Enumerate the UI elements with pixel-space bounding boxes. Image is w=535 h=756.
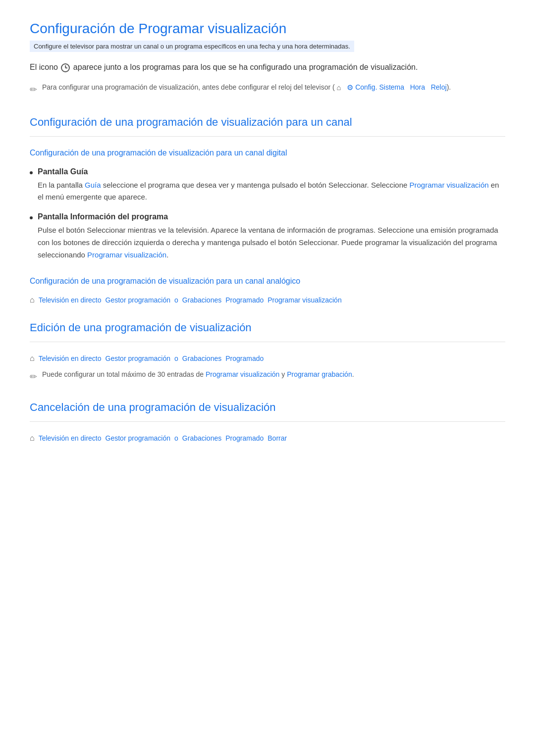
hora-link[interactable]: Hora	[410, 83, 425, 91]
nav-gestor3[interactable]: Gestor programación	[106, 434, 171, 442]
section1-title: Configuración de una programación de vis…	[30, 115, 505, 137]
info-desc2: .	[166, 251, 168, 259]
nav-programado2[interactable]: Programado	[225, 354, 264, 362]
pencil-note-edicion: ✏ Puede configurar un total máximo de 30…	[30, 369, 505, 384]
bullet-dot-2	[30, 216, 33, 219]
note-box: ✏ Para configurar una programación de vi…	[30, 82, 505, 97]
bullet-desc-info: Pulse el botón Seleccionar mientras ve l…	[38, 224, 505, 261]
home-icon: ⌂	[337, 82, 341, 94]
config-sistema-link[interactable]: Config. Sistema	[355, 83, 404, 91]
bullet-desc-guia: En la pantalla Guía seleccione el progra…	[38, 179, 505, 204]
subsection-analogico: Configuración de una programación de vis…	[30, 277, 505, 304]
note-content: Para configurar una programación de visu…	[42, 82, 451, 94]
edicion-note-content: Puede configurar un total máximo de 30 e…	[42, 369, 354, 380]
home-icon-nav3[interactable]: ⌂	[30, 434, 35, 443]
programar-grab-link[interactable]: Programar grabación	[287, 370, 352, 378]
subsection1-title: Configuración de una programación de vis…	[30, 149, 505, 157]
guia-desc2: seleccione el programa que desea ver y m…	[101, 181, 410, 189]
nav-tv-directo1[interactable]: Televisión en directo	[39, 296, 102, 304]
bullet-dot-1	[30, 171, 33, 174]
edicion-note-text: Puede configurar un total máximo de 30 e…	[42, 370, 206, 378]
programar-vis-link3[interactable]: Programar visualización	[206, 370, 279, 378]
note-text: Para configurar una programación de visu…	[42, 83, 335, 91]
nav-o3: o	[174, 434, 178, 442]
nav-grabaciones2[interactable]: Grabaciones	[182, 354, 221, 362]
nav-grabaciones1[interactable]: Grabaciones	[182, 296, 221, 304]
home-icon-nav2[interactable]: ⌂	[30, 354, 35, 363]
nav-path-analogico: ⌂ Televisión en directo Gestor programac…	[30, 296, 505, 304]
subtitle-bar: Configure el televisor para mostrar un c…	[30, 41, 354, 52]
nav-gestor1[interactable]: Gestor programación	[106, 296, 171, 304]
nav-tv-directo2[interactable]: Televisión en directo	[39, 354, 102, 362]
bullet-content-info: Pantalla Información del programa Pulse …	[38, 212, 505, 261]
note-end: ).	[447, 83, 451, 91]
nav-path-cancelacion: ⌂ Televisión en directo Gestor programac…	[30, 434, 505, 443]
reloj-link[interactable]: Reloj	[431, 83, 447, 91]
section-cancelacion: Cancelación de una programación de visua…	[30, 400, 505, 443]
bullet-item-info: Pantalla Información del programa Pulse …	[30, 212, 505, 261]
intro-text: El icono aparece junto a los programas p…	[30, 61, 505, 74]
nav-o1: o	[174, 296, 178, 304]
bullet-item-guia: Pantalla Guía En la pantalla Guía selecc…	[30, 167, 505, 204]
nav-grabaciones3[interactable]: Grabaciones	[182, 434, 221, 442]
subsection2-title: Configuración de una programación de vis…	[30, 277, 505, 286]
section3-title: Cancelación de una programación de visua…	[30, 400, 505, 422]
nav-o2: o	[174, 354, 178, 362]
section2-title: Edición de una programación de visualiza…	[30, 320, 505, 342]
edicion-note-end: .	[352, 370, 354, 378]
intro-text-before: El icono	[30, 63, 58, 71]
bullet-content-guia: Pantalla Guía En la pantalla Guía selecc…	[38, 167, 505, 204]
nav-tv-directo3[interactable]: Televisión en directo	[39, 434, 102, 442]
bullet-title-info: Pantalla Información del programa	[38, 212, 505, 221]
edicion-note-and: y	[279, 370, 287, 378]
intro-text-after: aparece junto a los programas para los q…	[73, 63, 418, 71]
page-title: Configuración de Programar visualización	[30, 20, 505, 38]
clock-icon	[61, 63, 70, 72]
section-canal: Configuración de una programación de vis…	[30, 115, 505, 305]
nav-path-edicion: ⌂ Televisión en directo Gestor programac…	[30, 354, 505, 363]
guia-desc1: En la pantalla	[38, 181, 85, 189]
guia-link[interactable]: Guía	[85, 181, 101, 189]
nav-programar-vis1[interactable]: Programar visualización	[268, 296, 341, 304]
pencil-icon: ✏	[30, 83, 37, 97]
programar-vis-link2[interactable]: Programar visualización	[87, 251, 166, 259]
programar-vis-link1[interactable]: Programar visualización	[410, 181, 489, 189]
nav-programado1[interactable]: Programado	[225, 296, 264, 304]
nav-programado3[interactable]: Programado	[225, 434, 264, 442]
home-icon-nav1[interactable]: ⌂	[30, 296, 35, 304]
section-edicion: Edición de una programación de visualiza…	[30, 320, 505, 384]
subsection-digital: Configuración de una programación de vis…	[30, 149, 505, 261]
bullet-title-guia: Pantalla Guía	[38, 167, 505, 176]
pencil-icon-2: ✏	[30, 370, 37, 384]
gear-icon: ⚙	[347, 82, 353, 94]
nav-gestor2[interactable]: Gestor programación	[106, 354, 171, 362]
bullet-list-digital: Pantalla Guía En la pantalla Guía selecc…	[30, 167, 505, 261]
nav-borrar[interactable]: Borrar	[268, 434, 287, 442]
